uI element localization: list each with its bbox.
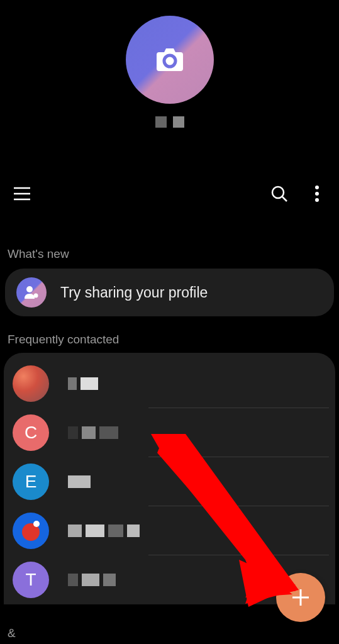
- share-profile-icon: [16, 277, 47, 308]
- add-contact-fab[interactable]: [276, 573, 325, 622]
- contact-item[interactable]: [4, 359, 335, 408]
- contact-name-redacted: [68, 475, 91, 488]
- whats-new-label: What's new: [0, 247, 339, 261]
- contact-name-redacted: [68, 426, 118, 439]
- contact-avatar: [13, 365, 49, 402]
- more-button[interactable]: [308, 184, 326, 203]
- profile-avatar[interactable]: [126, 16, 214, 104]
- menu-button[interactable]: [13, 184, 31, 203]
- contacts-list: C E T: [4, 353, 335, 604]
- camera-icon: [155, 47, 184, 72]
- svg-point-6: [26, 286, 33, 292]
- svg-point-1: [272, 187, 284, 198]
- contact-avatar: C: [13, 414, 49, 451]
- contact-item[interactable]: C: [4, 408, 335, 457]
- share-profile-card[interactable]: Try sharing your profile: [5, 269, 334, 316]
- contact-name-redacted: [68, 377, 98, 390]
- profile-header: [0, 0, 339, 128]
- contact-name-redacted: [68, 574, 116, 586]
- contact-item[interactable]: [4, 506, 335, 555]
- svg-point-3: [315, 186, 319, 189]
- contact-name-redacted: [68, 525, 140, 537]
- plus-icon: [290, 587, 311, 608]
- frequently-contacted-label: Frequently contacted: [0, 333, 339, 347]
- index-letter: &: [8, 626, 16, 640]
- contact-avatar: T: [13, 562, 49, 598]
- pingpong-icon: [19, 519, 42, 542]
- contact-item[interactable]: E: [4, 457, 335, 506]
- toolbar: [0, 184, 339, 203]
- svg-point-5: [315, 198, 319, 202]
- svg-point-4: [315, 192, 319, 196]
- search-button[interactable]: [270, 184, 289, 203]
- share-profile-text: Try sharing your profile: [60, 284, 208, 301]
- svg-line-2: [282, 197, 287, 201]
- contact-avatar: [13, 513, 49, 549]
- profile-name-redacted: [155, 116, 184, 128]
- contact-avatar: E: [13, 464, 49, 500]
